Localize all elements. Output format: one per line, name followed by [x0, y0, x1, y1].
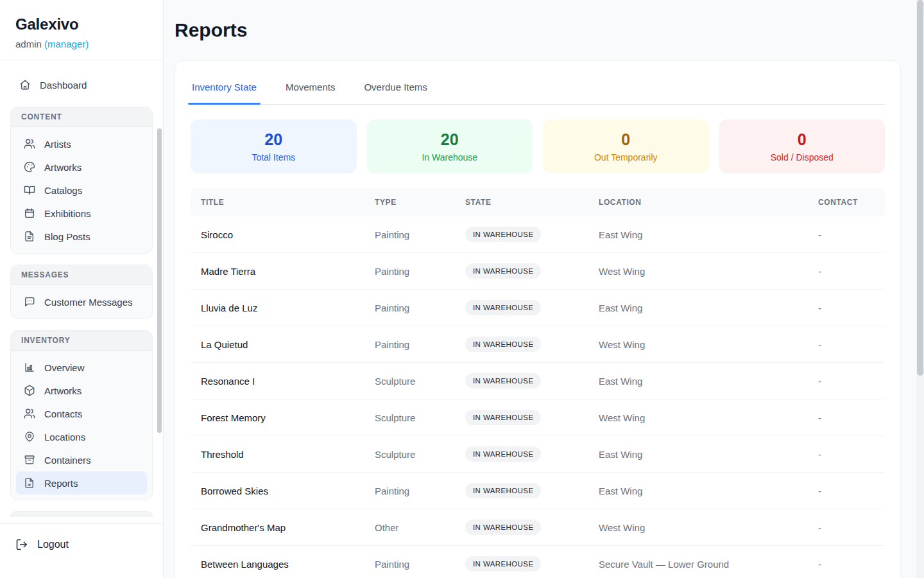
sidebar-item-dashboard[interactable]: Dashboard	[12, 73, 153, 96]
sidebar-item-label: Locations	[44, 432, 85, 442]
sidebar-nav: Dashboard CONTENTArtistsArtworksCatalogs…	[0, 60, 163, 523]
cell-title: La Quietud	[191, 326, 364, 362]
state-badge: IN WAREHOUSE	[465, 483, 541, 498]
stat-label: In Warehouse	[373, 152, 527, 162]
sidebar-item-label: Dashboard	[40, 80, 87, 91]
map-pin-icon	[24, 431, 35, 442]
cell-title: Sirocco	[191, 216, 364, 252]
user-role: (manager)	[44, 39, 89, 49]
column-header-contact: Contact	[808, 188, 885, 216]
sidebar-item-label: Blog Posts	[44, 231, 90, 242]
sidebar-item-label: Reports	[44, 478, 78, 489]
stat-value: 0	[726, 130, 879, 149]
sidebar-scrollbar-thumb[interactable]	[157, 128, 162, 433]
column-header-title: Title	[191, 188, 364, 216]
table-row: Between LanguagesPaintingIN WAREHOUSESec…	[191, 546, 885, 578]
cell-title: Lluvia de Luz	[191, 290, 364, 326]
cell-contact: -	[808, 326, 885, 362]
logout-button[interactable]: Logout	[15, 538, 148, 551]
sidebar-item-containers[interactable]: Containers	[16, 448, 147, 471]
sidebar-section-label: CONTENT	[11, 107, 152, 127]
state-badge: IN WAREHOUSE	[465, 556, 541, 572]
cell-contact: -	[808, 290, 885, 326]
main-scrollbar-track	[916, 0, 924, 578]
file-text-icon	[24, 231, 35, 242]
cell-location: East Wing	[588, 216, 808, 252]
cell-state: IN WAREHOUSE	[455, 473, 588, 509]
state-badge: IN WAREHOUSE	[465, 263, 541, 279]
cell-state: IN WAREHOUSE	[455, 326, 588, 362]
sidebar-item-artists[interactable]: Artists	[16, 132, 147, 155]
logout-icon	[15, 538, 28, 551]
state-badge: IN WAREHOUSE	[465, 446, 541, 462]
sidebar-item-reports[interactable]: Reports	[16, 471, 147, 495]
cell-contact: -	[808, 436, 885, 472]
table-header: TitleTypeStateLocationContact	[191, 188, 885, 216]
cell-location: West Wing	[588, 253, 808, 289]
table-row: Forest MemorySculptureIN WAREHOUSEWest W…	[191, 399, 885, 436]
sidebar-item-locations[interactable]: Locations	[16, 425, 147, 448]
sidebar-item-label: Catalogs	[44, 185, 82, 196]
table-row: ThresholdSculptureIN WAREHOUSEEast Wing-	[191, 436, 885, 473]
page-title: Reports	[175, 19, 916, 41]
user-info: admin (manager)	[15, 39, 148, 49]
column-header-type: Type	[364, 188, 455, 216]
sidebar-item-catalogs[interactable]: Catalogs	[16, 179, 147, 202]
stat-card-out-temporarily: 0Out Temporarily	[543, 119, 709, 173]
tab-overdue-items[interactable]: Overdue Items	[363, 76, 428, 104]
table-row: Resonance ISculptureIN WAREHOUSEEast Win…	[191, 363, 885, 399]
archive-icon	[24, 454, 35, 466]
table-body: SiroccoPaintingIN WAREHOUSEEast Wing-Mad…	[191, 216, 885, 578]
sidebar-section-label: MESSAGES	[11, 265, 152, 285]
home-icon	[19, 79, 31, 91]
main-scrollbar-thumb[interactable]	[917, 0, 923, 376]
tab-inventory-state[interactable]: Inventory State	[191, 76, 258, 104]
sidebar-item-label: Artworks	[44, 385, 81, 396]
sidebar-item-blog-posts[interactable]: Blog Posts	[16, 225, 147, 248]
cell-contact: -	[808, 363, 885, 399]
sidebar-item-label: Artists	[44, 139, 71, 150]
table-row: Madre TierraPaintingIN WAREHOUSEWest Win…	[191, 253, 885, 290]
sidebar-item-contacts[interactable]: Contacts	[16, 402, 147, 425]
cell-state: IN WAREHOUSE	[455, 253, 588, 289]
sidebar-item-artworks[interactable]: Artworks	[16, 155, 147, 179]
sidebar-section-partial	[10, 511, 153, 517]
calendar-icon	[24, 207, 35, 219]
sidebar-item-label: Overview	[44, 362, 85, 373]
sidebar-item-label: Exhibitions	[44, 208, 91, 219]
cell-location: East Wing	[588, 290, 808, 326]
state-badge: IN WAREHOUSE	[465, 337, 541, 352]
cell-type: Painting	[364, 546, 455, 578]
sidebar-item-artworks[interactable]: Artworks	[16, 379, 147, 402]
cell-contact: -	[808, 253, 885, 289]
stat-card-total-items: 20Total Items	[191, 119, 357, 173]
sidebar-item-label: Customer Messages	[44, 297, 133, 308]
tab-movements[interactable]: Movements	[284, 76, 337, 104]
sidebar-item-customer-messages[interactable]: Customer Messages	[16, 290, 147, 313]
report-tabs: Inventory StateMovementsOverdue Items	[191, 76, 885, 105]
cell-type: Sculpture	[364, 436, 455, 472]
cell-type: Painting	[364, 253, 455, 289]
main-content: Reports Inventory StateMovementsOverdue …	[164, 0, 916, 578]
cell-location: East Wing	[588, 363, 808, 399]
cell-title: Forest Memory	[191, 399, 364, 435]
cell-type: Painting	[364, 216, 455, 252]
state-badge: IN WAREHOUSE	[465, 227, 541, 242]
cell-contact: -	[808, 546, 885, 578]
sidebar-item-overview[interactable]: Overview	[16, 356, 147, 379]
sidebar-section-label: INVENTORY	[11, 331, 152, 351]
package-icon	[24, 385, 35, 396]
cell-title: Madre Tierra	[191, 253, 364, 289]
stat-label: Total Items	[197, 152, 350, 162]
cell-location: West Wing	[588, 326, 808, 362]
cell-title: Between Languages	[191, 546, 364, 578]
sidebar-item-exhibitions[interactable]: Exhibitions	[16, 202, 147, 225]
cell-contact: -	[808, 473, 885, 509]
cell-state: IN WAREHOUSE	[455, 509, 588, 545]
cell-type: Painting	[364, 326, 455, 362]
table-row: Grandmother's MapOtherIN WAREHOUSEWest W…	[191, 509, 885, 546]
column-header-state: State	[455, 188, 588, 216]
bar-chart-icon	[24, 362, 35, 373]
cell-state: IN WAREHOUSE	[455, 363, 588, 399]
sidebar-item-label: Containers	[44, 455, 91, 466]
